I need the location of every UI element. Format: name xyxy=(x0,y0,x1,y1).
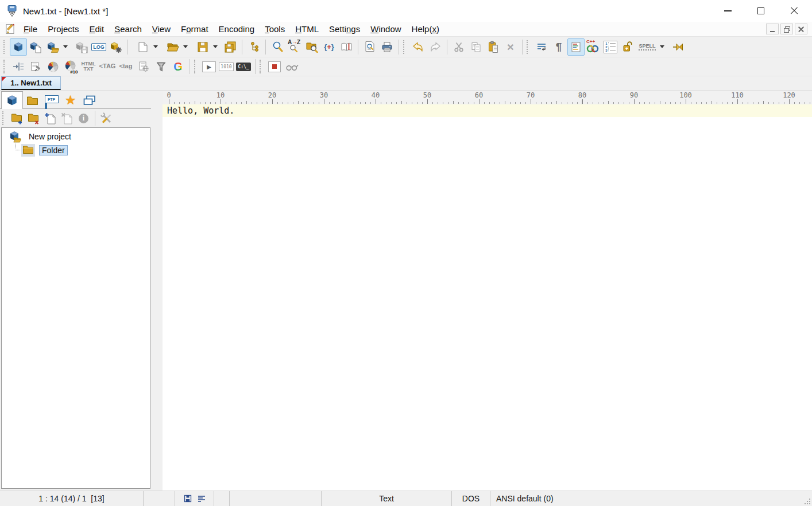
google-search-button[interactable]: G xyxy=(169,59,187,75)
panel-tab-favorites[interactable]: ★ xyxy=(61,92,80,108)
add-file-button[interactable] xyxy=(42,110,59,126)
log-window-button[interactable]: LOG xyxy=(90,38,107,56)
remove-folder-button[interactable] xyxy=(25,110,42,126)
search-replace-button[interactable]: A→Z xyxy=(286,38,303,56)
cut-button-disabled[interactable] xyxy=(450,38,467,56)
html-to-text-button[interactable]: HTMLTXT xyxy=(79,59,98,75)
open-file-button[interactable] xyxy=(164,38,181,56)
panel-tab-project[interactable] xyxy=(1,91,23,109)
save-file-dropdown[interactable] xyxy=(211,38,219,56)
menu-search[interactable]: Search xyxy=(109,22,147,37)
copy-button-disabled[interactable] xyxy=(467,38,485,56)
toolbar-grip[interactable] xyxy=(3,40,7,54)
panel-tab-files[interactable] xyxy=(23,92,42,108)
reformat-button[interactable] xyxy=(27,59,44,75)
menu-encoding[interactable]: Encoding xyxy=(214,22,260,37)
menu-format[interactable]: Format xyxy=(176,22,214,37)
project-settings-button[interactable] xyxy=(107,38,125,56)
run-script-button[interactable]: ▶ xyxy=(200,59,218,75)
tree-node-folder[interactable]: Folder xyxy=(2,143,150,157)
menu-tools[interactable]: Tools xyxy=(260,22,290,37)
delete-button-disabled[interactable]: × xyxy=(502,38,519,56)
menu-settings[interactable]: Settings xyxy=(324,22,365,37)
hex-editor-button[interactable]: 1010 xyxy=(218,59,235,75)
save-file-button[interactable] xyxy=(194,38,211,56)
new-file-button[interactable] xyxy=(134,38,152,56)
editor-textarea[interactable]: Hello, World. xyxy=(163,104,812,491)
sort-button[interactable] xyxy=(245,38,262,56)
menu-edit[interactable]: Edit xyxy=(84,22,109,37)
menu-key: o xyxy=(186,24,191,34)
cpp-syntax-icon: C++ xyxy=(586,40,601,54)
mdi-close-button[interactable] xyxy=(795,24,807,34)
panel-settings-button[interactable] xyxy=(98,110,115,126)
toolbar-grip[interactable] xyxy=(527,40,531,54)
console-button[interactable]: C:\_ xyxy=(235,59,252,75)
toolbar-grip[interactable] xyxy=(260,60,264,73)
mdi-restore-button[interactable] xyxy=(780,24,793,34)
tag-uppercase-button[interactable]: <TAG xyxy=(98,59,117,75)
syntax-type-button[interactable]: C++ xyxy=(585,38,602,56)
toolbar-grip[interactable] xyxy=(2,111,6,125)
open-project-button[interactable] xyxy=(44,38,61,56)
indent-button[interactable] xyxy=(10,59,27,75)
print-button[interactable] xyxy=(378,38,396,56)
close-button[interactable] xyxy=(778,0,811,22)
find-in-files-button[interactable] xyxy=(303,38,320,56)
menu-view[interactable]: View xyxy=(147,22,176,37)
dictionary-button[interactable] xyxy=(338,38,355,56)
filter-button[interactable] xyxy=(152,59,169,75)
tag-lowercase-button[interactable]: <tag xyxy=(117,59,135,75)
properties-button-disabled[interactable]: i xyxy=(75,110,92,126)
menu-help[interactable]: Help(x) xyxy=(407,22,444,37)
web-page-button[interactable] xyxy=(135,59,152,75)
mdi-minimize-button[interactable] xyxy=(766,24,779,34)
menu-key: F xyxy=(24,24,29,34)
panel-tab-open-files[interactable] xyxy=(80,92,99,108)
resize-grip[interactable] xyxy=(805,499,810,504)
save-all-button[interactable] xyxy=(222,38,239,56)
redo-button-disabled[interactable] xyxy=(427,38,444,56)
add-folder-button[interactable] xyxy=(9,110,25,126)
paste-button[interactable] xyxy=(485,38,502,56)
menu-html[interactable]: HTML xyxy=(290,22,324,37)
new-file-dropdown[interactable] xyxy=(152,38,160,56)
show-formatting-button[interactable]: ¶ xyxy=(550,38,567,56)
menu-file[interactable]: File xyxy=(18,22,42,37)
menu-window[interactable]: Window xyxy=(365,22,406,37)
new-project-button[interactable] xyxy=(27,38,44,56)
current-line[interactable]: Hello, World. xyxy=(163,104,812,117)
goto-line-button[interactable]: {+} xyxy=(320,38,338,56)
tree-node-project[interactable]: New project xyxy=(2,130,150,143)
maximize-button[interactable] xyxy=(744,0,778,22)
syntax-highlight-button[interactable] xyxy=(567,38,585,56)
toolbar-grip[interactable] xyxy=(194,60,198,73)
undo-button[interactable] xyxy=(409,38,427,56)
mdi-restore-icon xyxy=(784,26,790,32)
panel-tab-ftp[interactable]: FTP xyxy=(42,92,61,108)
search-button[interactable] xyxy=(269,38,286,56)
menu-projects[interactable]: Projects xyxy=(42,22,84,37)
read-only-button[interactable] xyxy=(619,38,636,56)
document-icon[interactable] xyxy=(5,23,16,35)
line-numbers-button[interactable]: 123 xyxy=(602,38,619,56)
open-project-dropdown[interactable] xyxy=(61,38,69,56)
spell-check-button[interactable]: SPELL xyxy=(636,38,658,56)
save-project-button-disabled[interactable] xyxy=(73,38,90,56)
toolbar-grip[interactable] xyxy=(403,40,407,54)
color-chart-button[interactable] xyxy=(44,59,61,75)
print-preview-button[interactable] xyxy=(361,38,378,56)
project-panel-toggle-button[interactable] xyxy=(10,38,27,56)
remove-file-button-disabled[interactable] xyxy=(59,110,75,126)
record-macro-button[interactable] xyxy=(266,59,283,75)
open-file-dropdown[interactable] xyxy=(181,38,190,56)
stay-on-top-button[interactable] xyxy=(670,38,687,56)
color-chart-10-button[interactable]: #10 xyxy=(61,59,79,75)
toolbar-grip[interactable] xyxy=(3,60,7,73)
minimize-button[interactable] xyxy=(711,0,744,22)
record-macro-icon xyxy=(268,61,281,72)
preview-glasses-button[interactable] xyxy=(283,59,300,75)
word-wrap-button[interactable] xyxy=(533,38,550,56)
tab-new1-txt[interactable]: 1.. New1.txt xyxy=(1,76,61,90)
spell-check-dropdown[interactable] xyxy=(658,38,666,56)
